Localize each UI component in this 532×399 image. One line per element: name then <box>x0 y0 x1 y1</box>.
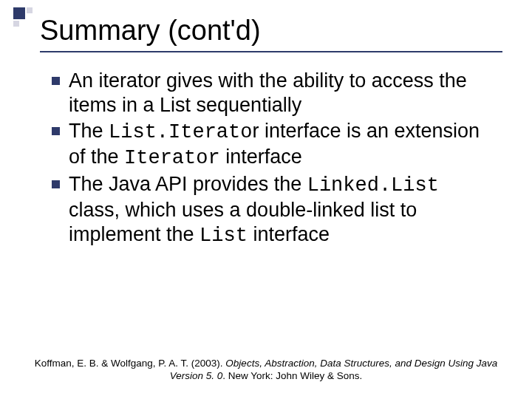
citation-footer: Koffman, E. B. & Wolfgang, P. A. T. (200… <box>30 358 502 383</box>
code-run: List <box>200 225 248 247</box>
code-run: List.Iterato <box>109 121 252 143</box>
corner-decoration <box>13 7 34 28</box>
code-run: Iterator <box>124 147 220 169</box>
text-run: interface <box>220 146 302 168</box>
code-run: Linked.List <box>307 174 439 197</box>
bullet-marker-icon <box>52 180 60 188</box>
citation-suffix: . New York: John Wiley & Sons. <box>222 370 362 381</box>
slide-body: An iterator gives with the ability to ac… <box>52 69 495 248</box>
bullet-item: An iterator gives with the ability to ac… <box>52 69 495 117</box>
bullet-text: The List.Iterator interface is an extens… <box>69 119 495 171</box>
bullet-text: The Java API provides the Linked.List cl… <box>69 172 495 248</box>
text-run: The <box>69 120 109 142</box>
bullet-item: The Java API provides the Linked.List cl… <box>52 172 495 248</box>
text-run: interface <box>248 223 330 245</box>
bullet-item: The List.Iterator interface is an extens… <box>52 119 495 171</box>
citation-prefix: Koffman, E. B. & Wolfgang, P. A. T. (200… <box>35 358 226 369</box>
text-run: An iterator gives with the ability to ac… <box>69 69 467 116</box>
slide: Summary (cont'd) An iterator gives with … <box>0 0 532 399</box>
slide-title: Summary (cont'd) <box>40 15 502 47</box>
title-container: Summary (cont'd) <box>40 15 502 52</box>
bullet-text: An iterator gives with the ability to ac… <box>69 69 495 117</box>
text-run: The Java API provides the <box>69 173 307 195</box>
bullet-marker-icon <box>52 77 60 85</box>
bullet-marker-icon <box>52 127 60 135</box>
